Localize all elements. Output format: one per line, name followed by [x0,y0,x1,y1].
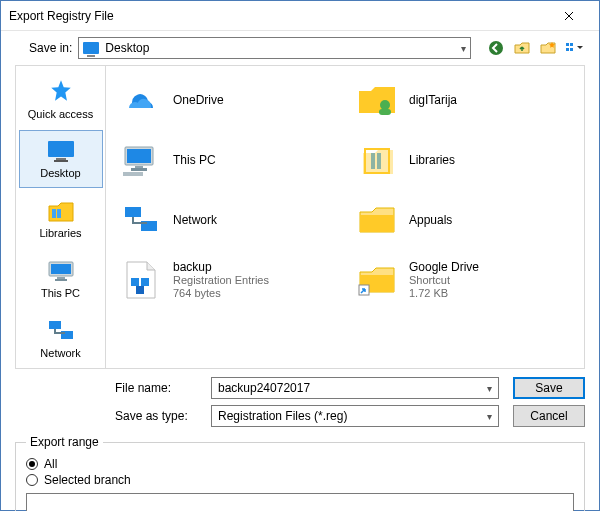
place-libraries[interactable]: Libraries [19,190,103,248]
svg-rect-14 [49,321,61,329]
views-icon [565,40,583,56]
back-icon [488,40,504,56]
svg-rect-13 [55,279,67,281]
close-button[interactable] [546,1,591,31]
svg-rect-12 [57,277,65,279]
save-type-label: Save as type: [15,409,205,423]
selected-branch-input[interactable] [26,493,574,511]
svg-rect-22 [123,172,143,176]
chevron-down-icon: ▾ [487,411,492,422]
svg-rect-28 [131,278,139,286]
content-area: Quick access Desktop Libraries This PC N… [1,65,599,373]
svg-rect-29 [141,278,149,286]
svg-rect-6 [56,158,66,160]
item-appuals[interactable]: Appuals [352,196,576,244]
save-type-row: Save as type: Registration Files (*.reg)… [15,405,585,427]
save-type-combo[interactable]: Registration Files (*.reg) ▾ [211,405,499,427]
svg-rect-26 [125,207,141,217]
radio-icon [26,474,38,486]
place-this-pc[interactable]: This PC [19,250,103,308]
star-icon [48,78,74,104]
svg-rect-19 [127,149,151,163]
new-folder-icon [540,40,556,56]
place-label: Desktop [40,167,80,179]
folder-shortcut-icon [357,263,397,297]
item-name: digITarija [409,93,457,107]
item-onedrive[interactable]: OneDrive [116,76,340,124]
nav-toolbar [485,37,585,59]
svg-rect-21 [131,168,147,171]
onedrive-icon [121,86,161,114]
file-list-pane[interactable]: OneDrive digITarija This PC Libraries Ne [105,65,585,369]
svg-rect-3 [566,48,569,51]
item-network[interactable]: Network [116,196,340,244]
this-pc-icon [46,259,76,283]
titlebar: Export Registry File [1,1,599,31]
this-pc-icon [121,143,161,177]
item-google-drive[interactable]: Google Drive Shortcut 1.72 KB [352,256,576,304]
place-label: This PC [41,287,80,299]
save-in-label: Save in: [29,41,72,55]
svg-rect-5 [48,141,74,157]
window-title: Export Registry File [9,9,546,23]
save-in-row: Save in: Desktop ▾ [1,31,599,65]
back-button[interactable] [485,37,507,59]
item-name: Google Drive [409,260,479,274]
desktop-icon [46,139,76,163]
user-folder-icon [357,83,397,117]
close-icon [564,11,574,21]
place-quick-access[interactable]: Quick access [19,70,103,128]
export-all-label: All [44,457,57,471]
cancel-button[interactable]: Cancel [513,405,585,427]
save-in-value: Desktop [105,41,455,55]
save-type-value: Registration Files (*.reg) [218,409,487,423]
file-name-input[interactable]: backup24072017 ▾ [211,377,499,399]
item-name: Network [173,213,217,227]
item-libraries[interactable]: Libraries [352,136,576,184]
libraries-icon [47,199,75,223]
views-button[interactable] [563,37,585,59]
svg-rect-7 [54,160,68,162]
export-range-group: Export range All Selected branch [15,435,585,511]
export-selected-label: Selected branch [44,473,131,487]
svg-rect-17 [379,109,391,115]
item-name: backup [173,260,269,274]
radio-icon [26,458,38,470]
place-desktop[interactable]: Desktop [19,130,103,188]
folder-up-icon [514,40,530,56]
svg-rect-11 [51,264,71,274]
file-name-row: File name: backup24072017 ▾ Save [15,377,585,399]
svg-rect-2 [570,43,573,46]
export-registry-dialog: Export Registry File Save in: Desktop ▾ [0,0,600,511]
libraries-icon [357,143,397,177]
folder-icon [357,203,397,237]
place-network[interactable]: Network [19,310,103,368]
svg-point-16 [380,100,390,110]
save-in-combo[interactable]: Desktop ▾ [78,37,471,59]
svg-point-0 [489,41,503,55]
chevron-down-icon: ▾ [461,43,466,54]
file-name-value: backup24072017 [218,381,487,395]
place-label: Quick access [28,108,93,120]
item-size: 764 bytes [173,287,269,300]
place-label: Network [40,347,80,359]
item-this-pc[interactable]: This PC [116,136,340,184]
svg-rect-1 [566,43,569,46]
export-selected-option[interactable]: Selected branch [26,473,574,487]
form-area: File name: backup24072017 ▾ Save Save as… [1,373,599,433]
export-range-legend: Export range [26,435,103,449]
network-icon [121,203,161,237]
svg-rect-4 [570,48,573,51]
svg-rect-9 [57,209,61,218]
item-backup-reg[interactable]: backup Registration Entries 764 bytes [116,256,340,304]
item-digitarija[interactable]: digITarija [352,76,576,124]
reg-file-icon [123,260,159,300]
up-one-level-button[interactable] [511,37,533,59]
file-name-label: File name: [15,381,205,395]
place-label: Libraries [39,227,81,239]
save-button[interactable]: Save [513,377,585,399]
chevron-down-icon: ▾ [487,383,492,394]
new-folder-button[interactable] [537,37,559,59]
export-all-option[interactable]: All [26,457,574,471]
item-name: Appuals [409,213,452,227]
